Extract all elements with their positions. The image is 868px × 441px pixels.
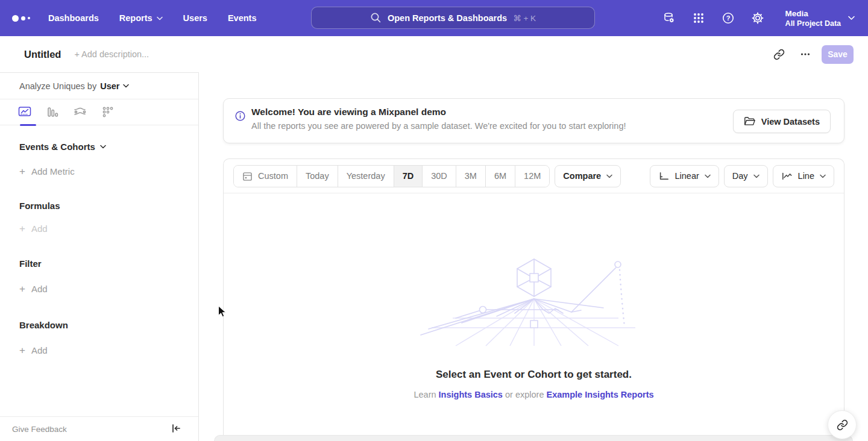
range-6m[interactable]: 6M	[486, 166, 515, 187]
chevron-down-icon	[848, 16, 855, 20]
insights-basics-link[interactable]: Insights Basics	[439, 390, 503, 399]
add-breakdown-button[interactable]: + Add	[19, 345, 179, 355]
breakdown-section: Breakdown + Add	[0, 320, 198, 355]
chart-type-dropdown[interactable]: Line	[773, 165, 834, 187]
global-search[interactable]: Open Reports & Dashboards ⌘ + K	[311, 7, 595, 29]
query-sidebar: Analyze Uniques by User	[0, 72, 199, 441]
calendar-icon	[242, 171, 253, 181]
selected-tab-indicator	[20, 124, 36, 127]
data-definitions-icon[interactable]	[662, 11, 676, 25]
range-3m[interactable]: 3M	[456, 166, 486, 187]
give-feedback-link[interactable]: Give Feedback	[12, 425, 67, 434]
view-datasets-label: View Datasets	[761, 117, 820, 127]
copy-link-icon[interactable]	[769, 44, 789, 64]
date-range-segmented-control: Custom Today Yesterday 7D 30D 3M 6M 12M	[233, 165, 550, 187]
plus-icon: +	[19, 224, 25, 234]
chart-display-controls: Linear Day Line	[650, 165, 834, 187]
compare-label: Compare	[563, 171, 601, 181]
section-title-label: Events & Cohorts	[19, 142, 95, 152]
mixpanel-logo[interactable]	[12, 15, 34, 22]
search-icon	[370, 12, 382, 23]
nav-reports[interactable]: Reports	[119, 13, 163, 23]
add-filter-label: Add	[31, 284, 48, 294]
plus-icon: +	[19, 166, 25, 177]
sidebar-footer: Give Feedback	[0, 416, 198, 441]
range-label: 30D	[431, 171, 447, 181]
events-cohorts-header[interactable]: Events & Cohorts	[19, 142, 179, 152]
range-30d[interactable]: 30D	[423, 166, 456, 187]
logo-dot	[28, 17, 30, 19]
range-12m[interactable]: 12M	[515, 166, 549, 187]
chevron-down-icon	[820, 174, 826, 178]
empty-state-illustration	[420, 255, 649, 347]
tab-flows-icon[interactable]	[74, 106, 87, 118]
more-options-icon[interactable]	[795, 44, 816, 64]
chevron-down-icon	[753, 174, 760, 178]
nav-label: Events	[228, 13, 257, 23]
share-link-fab[interactable]	[828, 410, 857, 439]
top-navbar: Dashboards Reports Users Events Open Rep…	[0, 0, 868, 36]
range-yesterday[interactable]: Yesterday	[338, 166, 394, 187]
scale-dropdown[interactable]: Linear	[650, 165, 719, 187]
collapse-sidebar-icon[interactable]	[171, 423, 183, 435]
logo-dot	[21, 16, 25, 20]
range-label: Today	[306, 171, 329, 181]
view-datasets-button[interactable]: View Datasets	[733, 110, 831, 133]
report-description-placeholder[interactable]: + Add description...	[74, 49, 149, 59]
report-title[interactable]: Untitled	[24, 49, 61, 60]
search-placeholder: Open Reports & Dashboards	[388, 13, 507, 23]
granularity-label: Day	[732, 171, 748, 181]
example-insights-reports-link[interactable]: Example Insights Reports	[546, 390, 653, 399]
logo-dot	[12, 15, 19, 22]
formulas-header: Formulas	[19, 201, 60, 211]
chevron-down-icon	[606, 174, 612, 178]
filter-header: Filter	[19, 258, 42, 269]
navbar-right: ? Media All Project Data	[662, 0, 855, 36]
folder-icon	[744, 116, 755, 127]
range-custom[interactable]: Custom	[234, 166, 297, 187]
search-shortcut: ⌘ + K	[513, 13, 536, 23]
nav-label: Dashboards	[48, 13, 99, 23]
add-filter-button[interactable]: + Add	[19, 284, 179, 294]
project-selector[interactable]: Media All Project Data	[785, 8, 855, 28]
granularity-dropdown[interactable]: Day	[724, 165, 768, 187]
settings-icon[interactable]	[751, 11, 764, 25]
save-button[interactable]: Save	[822, 45, 854, 64]
add-formula-button[interactable]: + Add	[19, 224, 179, 234]
range-today[interactable]: Today	[297, 166, 338, 187]
project-name: Media	[785, 8, 841, 19]
apps-grid-icon[interactable]	[692, 11, 705, 25]
add-metric-button[interactable]: + Add Metric	[19, 166, 179, 177]
help-icon[interactable]: ?	[722, 11, 735, 25]
nav-dashboards[interactable]: Dashboards	[48, 13, 99, 23]
add-breakdown-label: Add	[31, 345, 48, 355]
nav-events[interactable]: Events	[228, 13, 257, 23]
results-panel-edge[interactable]	[214, 435, 853, 441]
primary-nav: Dashboards Reports Users Events	[48, 13, 256, 23]
compare-button[interactable]: Compare	[555, 165, 621, 187]
plus-icon: +	[19, 284, 25, 294]
empty-state-links: Learn Insights Basics or explore Example…	[224, 390, 844, 399]
range-7d[interactable]: 7D	[394, 166, 423, 187]
info-icon	[235, 111, 245, 124]
add-metric-label: Add Metric	[31, 166, 75, 177]
svg-text:?: ?	[726, 14, 730, 22]
formulas-section: Formulas + Add	[0, 201, 198, 234]
links-middle-text: or explore	[505, 390, 544, 399]
chart-type-label: Line	[798, 171, 814, 181]
events-cohorts-section: Events & Cohorts + Add Metric	[0, 142, 198, 177]
welcome-banner: Welcome! You are viewing a Mixpanel demo…	[223, 98, 844, 143]
breakdown-header: Breakdown	[19, 320, 68, 330]
tab-retention-icon[interactable]	[101, 106, 115, 118]
nav-label: Users	[183, 13, 207, 23]
range-label: 7D	[403, 171, 414, 181]
tab-insights-icon[interactable]	[18, 106, 31, 118]
analyze-by-dropdown[interactable]: User	[100, 81, 129, 91]
analyze-value: User	[100, 81, 119, 91]
banner-subtitle: All the reports you see are powered by a…	[251, 121, 626, 131]
metric-type-tabs	[0, 99, 198, 125]
nav-label: Reports	[119, 13, 153, 23]
learn-prefix: Learn	[414, 390, 436, 399]
nav-users[interactable]: Users	[183, 13, 207, 23]
tab-bar-chart-icon[interactable]	[46, 106, 59, 118]
